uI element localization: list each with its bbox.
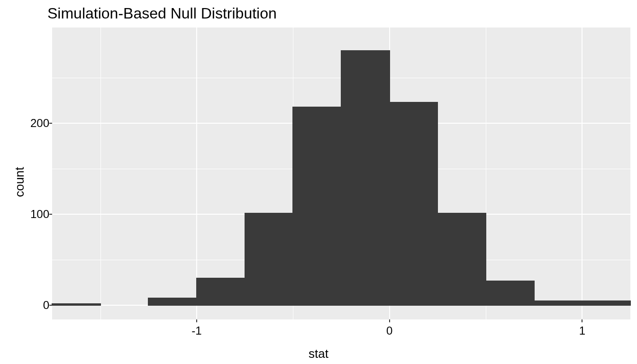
histogram-bar: [148, 298, 197, 305]
histogram-bar: [437, 213, 486, 305]
x-tick-mark: [196, 319, 197, 322]
chart-title: Simulation-Based Null Distribution: [47, 5, 277, 22]
histogram-bar: [582, 301, 630, 306]
gridline-v-major: [582, 27, 582, 319]
y-tick-mark: [49, 214, 52, 215]
plot-panel: [52, 27, 630, 319]
x-tick-label: -1: [191, 324, 201, 337]
gridline-v-major: [196, 27, 197, 319]
histogram-bar: [341, 51, 390, 306]
x-tick-mark: [582, 319, 582, 322]
y-tick-label: 200: [30, 117, 49, 130]
x-tick-mark: [389, 319, 390, 322]
y-tick-mark: [49, 305, 52, 306]
x-tick-label: 0: [386, 324, 392, 337]
y-tick-label: 100: [30, 208, 49, 221]
y-axis-label: count: [12, 167, 27, 197]
gridline-v-minor: [486, 27, 486, 319]
y-tick-label: 0: [43, 299, 49, 312]
y-tick-mark: [49, 123, 52, 124]
histogram-bar: [197, 278, 245, 306]
histogram-bar: [293, 107, 341, 306]
x-axis-label: stat: [0, 346, 637, 361]
histogram-bar: [534, 301, 582, 306]
histogram-bar: [245, 213, 293, 305]
histogram-bar: [52, 304, 100, 306]
x-tick-label: 1: [579, 324, 585, 337]
histogram-bar: [390, 102, 438, 305]
histogram-bar: [486, 281, 534, 306]
chart-container: Simulation-Based Null Distribution count…: [0, 0, 637, 364]
gridline-v-minor: [100, 27, 101, 319]
